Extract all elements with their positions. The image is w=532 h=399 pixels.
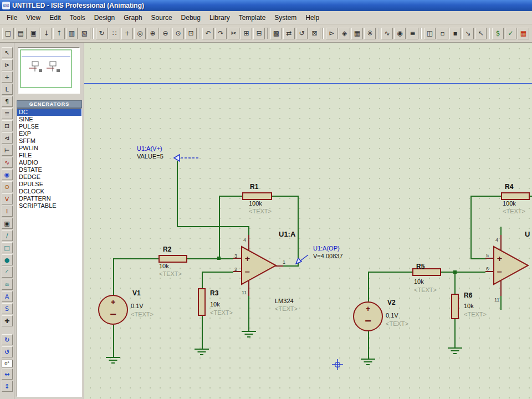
ground-symbol[interactable] (361, 359, 375, 366)
menu-tools[interactable]: Tools (65, 12, 90, 23)
menu-file[interactable]: File (2, 12, 22, 23)
v2-ref-label[interactable]: V2 (387, 299, 396, 306)
zoom-to-child-button[interactable]: ↘ (462, 28, 474, 39)
ground-symbol[interactable] (106, 357, 120, 364)
resistor-r1[interactable] (242, 192, 272, 200)
make-device-button[interactable]: ◈ (339, 28, 350, 39)
menu-edit[interactable]: Edit (45, 12, 65, 23)
source-v1[interactable]: + − (98, 295, 128, 325)
wire[interactable] (202, 272, 203, 288)
tape-recorder-mode-button[interactable]: ◉ (2, 169, 13, 180)
generator-item-dpulse[interactable]: DPULSE (17, 181, 81, 188)
mirror-horizontal-button[interactable]: ↔ (2, 369, 13, 380)
generator-item-dstate[interactable]: DSTATE (17, 166, 81, 173)
generator-item-pwlin[interactable]: PWLIN (17, 145, 81, 152)
menu-template[interactable]: Template (234, 12, 270, 23)
bill-of-materials-button[interactable]: $ (492, 28, 504, 39)
probe-label[interactable]: U1:A(OP) (313, 245, 340, 252)
marker-mode-button[interactable]: ✚ (2, 315, 13, 326)
menu-source[interactable]: Source (147, 12, 177, 23)
packaging-tool-button[interactable]: ▦ (351, 28, 363, 39)
decompose-button[interactable]: ※ (364, 28, 376, 39)
wire[interactable] (368, 272, 369, 301)
generator-item-audio[interactable]: AUDIO (17, 159, 81, 166)
netlist-to-ares-button[interactable]: ▦ (518, 28, 529, 39)
graph-mode-button[interactable]: ∿ (2, 157, 13, 168)
zoom-all-button[interactable]: ⊙ (172, 28, 184, 39)
menu-view[interactable]: View (22, 12, 45, 23)
wire[interactable] (202, 316, 203, 349)
schematic-canvas[interactable]: U1:A(V+) VALUE=5 (84, 43, 532, 399)
generator-label[interactable]: U1:A(V+) (137, 145, 162, 152)
wire[interactable] (368, 272, 413, 273)
block-rotate-button[interactable]: ↺ (296, 28, 308, 39)
graphics-line-mode-button[interactable]: / (2, 230, 13, 241)
wire[interactable] (113, 325, 114, 357)
wire[interactable] (500, 227, 502, 235)
generator-item-scriptable[interactable]: SCRIPTABLE (17, 202, 81, 209)
u1b-ref-label[interactable]: U (525, 230, 530, 238)
wire[interactable] (177, 161, 178, 227)
generator-mode-button[interactable]: ⊙ (2, 181, 13, 192)
device-pin-mode-button[interactable]: ⊢ (2, 145, 13, 156)
wire[interactable] (470, 196, 472, 258)
paste-button[interactable]: ⊟ (253, 28, 265, 39)
electrical-rule-check-button[interactable]: ✓ (505, 28, 516, 39)
r4-ref-label[interactable]: R4 (505, 183, 513, 191)
resistor-r6[interactable] (451, 294, 459, 319)
r3-ref-label[interactable]: R3 (210, 289, 218, 297)
wire[interactable] (248, 227, 249, 235)
wire[interactable] (113, 258, 158, 259)
new-file-button[interactable]: □ (2, 28, 14, 39)
wire[interactable] (187, 258, 233, 259)
ground-symbol[interactable] (448, 347, 462, 355)
menu-graph[interactable]: Graph (119, 12, 146, 23)
zoom-out-button[interactable]: ⊖ (160, 28, 171, 39)
generator-item-dc[interactable]: DC (17, 109, 81, 116)
exit-to-parent-button[interactable]: ↖ (475, 28, 487, 39)
wire[interactable] (283, 265, 299, 267)
mirror-vertical-button[interactable]: ↕ (2, 381, 13, 392)
redo-button[interactable]: ↷ (215, 28, 227, 39)
wire[interactable] (113, 258, 114, 295)
resistor-r4[interactable] (501, 192, 530, 200)
wire[interactable] (368, 331, 369, 359)
buses-mode-button[interactable]: ≡ (2, 108, 13, 119)
property-assignment-button[interactable]: ≡ (407, 28, 418, 39)
generator-item-dedge[interactable]: DEDGE (17, 173, 81, 181)
menu-debug[interactable]: Debug (177, 12, 205, 23)
redraw-button[interactable]: ↻ (96, 28, 108, 39)
block-copy-button[interactable]: ▩ (270, 28, 282, 39)
wire-autorouter-button[interactable]: ∿ (381, 28, 393, 39)
generator-item-pulse[interactable]: PULSE (17, 123, 81, 130)
graphics-arc-mode-button[interactable]: ◜ (2, 267, 13, 278)
block-delete-button[interactable]: ⊠ (309, 28, 320, 39)
wire[interactable] (530, 196, 532, 197)
zoom-in-button[interactable]: ⊕ (147, 28, 158, 39)
mark-output-area-button[interactable]: ▧ (79, 28, 90, 39)
ground-symbol[interactable] (242, 331, 256, 338)
text-script-mode-button[interactable]: ¶ (2, 96, 13, 107)
ground-symbol[interactable] (195, 349, 209, 356)
export-section-button[interactable]: ↑ (53, 28, 65, 39)
graphics-symbol-mode-button[interactable]: S (2, 303, 13, 314)
center-at-cursor-button[interactable]: ◎ (134, 28, 146, 39)
wire[interactable] (248, 296, 249, 331)
wire[interactable] (454, 272, 456, 294)
search-tag-button[interactable]: ◉ (394, 28, 406, 39)
save-file-button[interactable]: ▣ (28, 28, 39, 39)
import-section-button[interactable]: ↓ (40, 28, 52, 39)
wire[interactable] (219, 196, 220, 259)
open-file-button[interactable]: ▤ (15, 28, 27, 39)
menu-system[interactable]: System (270, 12, 301, 23)
wire-label-mode-button[interactable]: L (2, 84, 13, 95)
wire[interactable] (441, 272, 485, 273)
v1-ref-label[interactable]: V1 (132, 289, 141, 297)
selection-pointer-button[interactable]: ↖ (2, 47, 13, 58)
component-mode-button[interactable]: ⊳ (2, 59, 13, 70)
rotate-clockwise-button[interactable]: ↻ (2, 334, 13, 345)
graphics-box-mode-button[interactable]: □ (2, 242, 13, 253)
graphics-path-mode-button[interactable]: ∞ (2, 279, 13, 290)
junction-dot-mode-button[interactable]: + (2, 71, 13, 83)
generator-item-sffm[interactable]: SFFM (17, 137, 81, 145)
